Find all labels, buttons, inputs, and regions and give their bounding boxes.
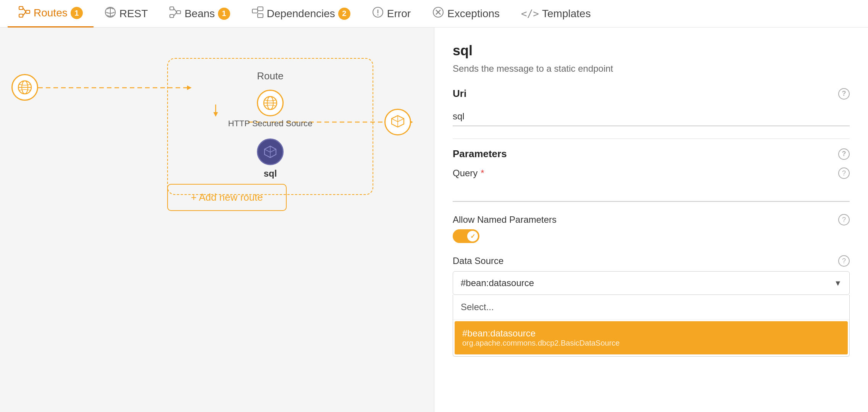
svg-rect-12 xyxy=(252,9,258,13)
allow-named-params-label: Allow Named Parameters xyxy=(453,214,557,225)
right-endpoint-node[interactable] xyxy=(384,109,411,135)
rest-icon xyxy=(104,6,116,21)
divider-1 xyxy=(453,138,850,139)
svg-rect-14 xyxy=(258,14,263,18)
tab-routes[interactable]: Routes 1 xyxy=(8,0,94,27)
svg-rect-13 xyxy=(258,7,263,11)
panel-title: sql xyxy=(453,43,850,59)
toggle-knob: ✓ xyxy=(467,231,478,241)
top-navigation: Routes 1 REST Beans 1 xyxy=(0,0,868,27)
dropdown-placeholder: Select... xyxy=(461,302,494,312)
data-source-label-row: Data Source ? xyxy=(453,255,850,267)
svg-rect-0 xyxy=(19,6,23,10)
sql-circle[interactable] xyxy=(257,138,284,165)
add-route-container: + Add new route xyxy=(167,169,287,211)
route-label: Route xyxy=(187,70,353,82)
svg-line-41 xyxy=(392,119,398,122)
error-label: Error xyxy=(387,8,411,20)
tab-templates[interactable]: </> Templates xyxy=(510,0,602,27)
svg-rect-7 xyxy=(170,7,174,10)
rest-label: REST xyxy=(119,8,148,20)
dropdown-option-value: #bean:datasource xyxy=(462,328,840,339)
data-source-dropdown[interactable]: #bean:datasource ▼ xyxy=(453,271,850,295)
canvas-area[interactable]: Route HTTP Secur xyxy=(0,27,434,412)
dependencies-icon xyxy=(252,6,264,21)
query-help-icon[interactable]: ? xyxy=(838,167,850,179)
tab-dependencies[interactable]: Dependencies 2 xyxy=(241,0,361,27)
routes-label: Routes xyxy=(34,7,68,19)
left-globe-circle[interactable] xyxy=(11,74,38,101)
exceptions-icon xyxy=(432,6,444,21)
parameters-help-icon[interactable]: ? xyxy=(838,148,850,160)
svg-line-4 xyxy=(23,12,26,16)
dropdown-options-list: Select... #bean:datasource org.apache.co… xyxy=(453,295,850,357)
cube-svg xyxy=(263,145,278,159)
routes-badge: 1 xyxy=(71,7,83,19)
dependencies-label: Dependencies xyxy=(267,8,335,20)
svg-rect-2 xyxy=(26,10,30,13)
dependencies-badge: 2 xyxy=(338,8,350,20)
beans-label: Beans xyxy=(184,8,215,20)
main-layout: Route HTTP Secur xyxy=(0,27,868,412)
allow-named-params-toggle[interactable]: ✓ xyxy=(453,229,479,243)
panel-subtitle: Sends the message to a static endpoint xyxy=(453,63,850,74)
tab-exceptions[interactable]: Exceptions xyxy=(421,0,510,27)
svg-rect-9 xyxy=(177,11,181,14)
uri-label: Uri xyxy=(453,88,466,100)
http-source-label: HTTP Secured Source xyxy=(228,119,313,129)
dropdown-option-sub: org.apache.commons.dbcp2.BasicDataSource xyxy=(462,339,840,348)
parameters-section: Parameters ? xyxy=(453,148,850,160)
query-label-row: Query * ? xyxy=(453,167,850,179)
routes-icon xyxy=(18,6,31,21)
toggle-check-mark: ✓ xyxy=(470,233,475,240)
parameters-label: Parameters xyxy=(453,148,507,160)
svg-line-11 xyxy=(174,12,177,16)
templates-label: Templates xyxy=(542,8,591,20)
right-panel: sql Sends the message to a static endpoi… xyxy=(434,27,868,412)
endpoint-cube-svg xyxy=(390,114,406,130)
data-source-label: Data Source xyxy=(453,256,503,266)
required-star: * xyxy=(481,168,484,179)
left-globe-node[interactable] xyxy=(11,74,38,101)
svg-line-3 xyxy=(23,8,26,12)
uri-help-icon[interactable]: ? xyxy=(838,88,850,100)
route-inner: HTTP Secured Source xyxy=(187,90,353,179)
globe-svg xyxy=(17,79,33,95)
right-endpoint-circle[interactable] xyxy=(384,109,411,135)
dropdown-option-bean-datasource[interactable]: #bean:datasource org.apache.commons.dbcp… xyxy=(455,321,848,355)
uri-field: Uri ? sql xyxy=(453,88,850,126)
data-source-help-icon[interactable]: ? xyxy=(838,255,850,267)
svg-line-40 xyxy=(398,119,404,122)
allow-named-params-help-icon[interactable]: ? xyxy=(838,214,850,225)
uri-value: sql xyxy=(453,107,850,126)
add-new-route-button[interactable]: + Add new route xyxy=(167,184,287,211)
svg-point-17 xyxy=(377,14,378,16)
svg-line-10 xyxy=(174,8,177,12)
allow-named-params-field: Allow Named Parameters ? ✓ xyxy=(453,214,850,243)
query-label: Query xyxy=(453,168,478,179)
http-source-circle[interactable] xyxy=(257,90,284,116)
tab-beans[interactable]: Beans 1 xyxy=(158,0,240,27)
templates-icon: </> xyxy=(521,8,539,19)
svg-rect-8 xyxy=(170,14,174,18)
beans-badge: 1 xyxy=(218,8,230,20)
query-input[interactable] xyxy=(453,183,850,202)
allow-named-params-label-row: Allow Named Parameters ? xyxy=(453,214,850,225)
http-source-node[interactable]: HTTP Secured Source xyxy=(228,90,313,129)
uri-section: Uri ? xyxy=(453,88,850,100)
query-field: Query * ? xyxy=(453,167,850,202)
http-globe-svg xyxy=(262,95,278,111)
tab-error[interactable]: Error xyxy=(361,0,421,27)
svg-rect-1 xyxy=(19,14,23,17)
beans-icon xyxy=(169,6,181,21)
tab-rest[interactable]: REST xyxy=(94,0,159,27)
exceptions-label: Exceptions xyxy=(447,8,500,20)
data-source-selected-value: #bean:datasource xyxy=(461,278,534,288)
dropdown-arrow-icon: ▼ xyxy=(834,279,842,288)
error-icon xyxy=(372,6,384,21)
dropdown-option-select[interactable]: Select... xyxy=(453,295,849,320)
data-source-field: Data Source ? #bean:datasource ▼ Select.… xyxy=(453,255,850,357)
toggle-wrapper: ✓ xyxy=(453,229,850,243)
